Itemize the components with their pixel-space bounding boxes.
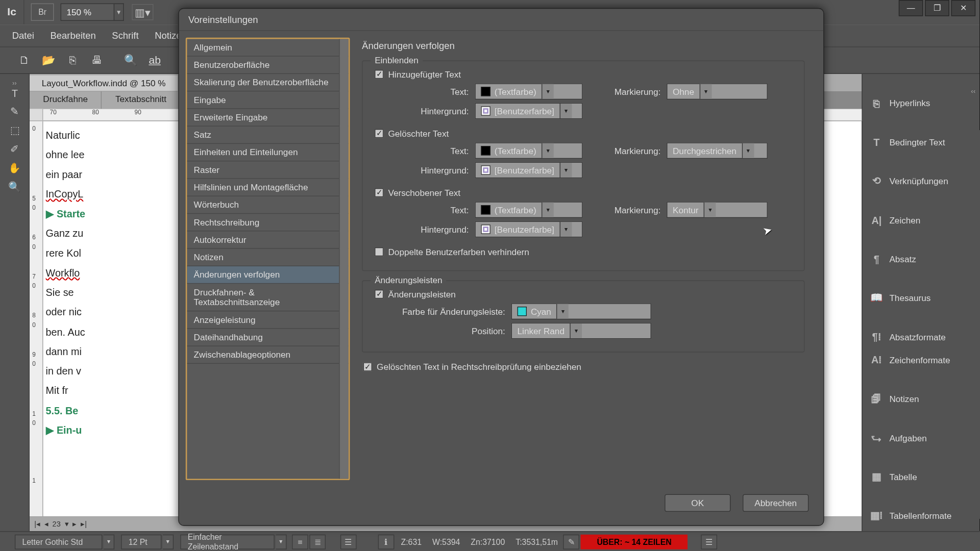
chevron-down-icon: ▼ bbox=[699, 84, 712, 99]
panel-links[interactable]: ⟲Verknüpfungen bbox=[863, 169, 979, 192]
sidebar-item-interface[interactable]: Benutzeroberfläche bbox=[187, 57, 348, 74]
status-note-icon[interactable]: ✎ bbox=[564, 534, 580, 549]
status-t: T:3531,51m bbox=[510, 537, 564, 546]
sidebar-item-guides[interactable]: Hilfslinien und Montagefläche bbox=[187, 179, 348, 196]
ok-button[interactable]: OK bbox=[665, 494, 730, 512]
menu-file[interactable]: Datei bbox=[4, 30, 42, 41]
search-icon[interactable]: 🔍 bbox=[121, 51, 140, 70]
new-icon[interactable]: 🗋 bbox=[15, 51, 34, 70]
paragraph-icon: ¶ bbox=[869, 253, 884, 265]
added-bg-color-dropdown[interactable]: [Benutzerfarbe] ▼ bbox=[475, 103, 583, 119]
maximize-button[interactable]: ❐ bbox=[925, 0, 949, 16]
sidebar-item-grids[interactable]: Raster bbox=[187, 161, 348, 179]
print-icon[interactable]: 🖶 bbox=[87, 51, 106, 70]
panel-paragraph-styles[interactable]: ¶⁞Absatzformate bbox=[863, 325, 979, 348]
sidebar-item-ui-scaling[interactable]: Skalierung der Benutzeroberfläche bbox=[187, 74, 348, 91]
links-icon: ⟲ bbox=[869, 175, 884, 187]
eyedropper-tool-icon[interactable]: ✐ bbox=[0, 140, 30, 159]
content-heading: Änderungen verfolgen bbox=[362, 40, 804, 51]
added-text-color-dropdown[interactable]: (Textfarbe) ▼ bbox=[475, 83, 583, 99]
close-button[interactable]: ✕ bbox=[951, 0, 975, 16]
preferences-sidebar[interactable]: Allgemein Benutzeroberfläche Skalierung … bbox=[186, 38, 350, 480]
zoom-dropdown-icon[interactable]: ▼ bbox=[114, 4, 124, 21]
sidebar-item-advanced-type[interactable]: Erweiterte Eingabe bbox=[187, 109, 348, 127]
added-marking-dropdown[interactable]: Ohne ▼ bbox=[667, 83, 768, 99]
sidebar-item-file-handling[interactable]: Dateihandhabung bbox=[187, 329, 348, 346]
deleted-text-color-dropdown[interactable]: (Textfarbe) ▼ bbox=[475, 142, 583, 159]
moved-text-checkbox[interactable]: ✓ bbox=[375, 188, 383, 197]
status-info-icon[interactable]: ℹ bbox=[378, 534, 395, 549]
changebars-checkbox[interactable]: ✓ bbox=[375, 290, 383, 298]
minimize-button[interactable]: — bbox=[899, 0, 923, 16]
changebar-color-dropdown[interactable]: Cyan ▼ bbox=[511, 303, 651, 319]
chevron-down-icon: ▼ bbox=[559, 104, 572, 118]
sidebar-item-general[interactable]: Allgemein bbox=[187, 39, 348, 56]
panel-notes[interactable]: 🗐Notizen bbox=[863, 387, 979, 410]
panel-table-styles[interactable]: ▦⁞Tabellenformate bbox=[863, 504, 979, 527]
open-icon[interactable]: 📂 bbox=[39, 51, 58, 70]
spellcheck-icon[interactable]: ab bbox=[145, 51, 164, 70]
status-menu2-icon[interactable]: ☰ bbox=[701, 534, 718, 549]
chevron-down-icon: ▼ bbox=[704, 203, 716, 217]
panel-hyperlinks[interactable]: ⎘Hyperlinks bbox=[863, 91, 979, 114]
changebars-fieldset: Änderungsleisten ✓ Änderungsleisten Farb… bbox=[362, 281, 804, 353]
chevron-down-icon: ▼ bbox=[556, 304, 569, 319]
sidebar-item-story-display[interactable]: Druckfahnen- & Textabschnittsanzeige bbox=[187, 284, 348, 311]
hand-tool-icon[interactable]: ✋ bbox=[0, 159, 30, 178]
panel-character[interactable]: A|Zeichen bbox=[863, 209, 979, 232]
added-text-checkbox[interactable]: ✓ bbox=[375, 70, 383, 79]
menu-type[interactable]: Schrift bbox=[104, 30, 147, 41]
zoom-tool-icon[interactable]: 🔍 bbox=[0, 178, 30, 196]
status-z: Z:631 bbox=[396, 537, 427, 546]
panel-assignments[interactable]: ⮑Aufgaben bbox=[863, 427, 979, 449]
sidebar-scrollbar[interactable] bbox=[339, 39, 348, 479]
prevent-duplicate-colors-checkbox[interactable] bbox=[375, 247, 383, 256]
sidebar-item-composition[interactable]: Satz bbox=[187, 127, 348, 144]
sidebar-item-display-perf[interactable]: Anzeigeleistung bbox=[187, 311, 348, 329]
view-tab-story[interactable]: Textabschnitt bbox=[102, 91, 181, 109]
menu-edit[interactable]: Bearbeiten bbox=[42, 30, 104, 41]
sidebar-item-track-changes[interactable]: Änderungen verfolgen bbox=[187, 266, 348, 284]
panel-conditional-text[interactable]: TBedingter Text bbox=[863, 131, 979, 154]
zoom-input[interactable]: 150 % bbox=[61, 4, 114, 21]
sidebar-item-type[interactable]: Eingabe bbox=[187, 91, 348, 109]
moved-text-color-dropdown[interactable]: (Textfarbe) ▼ bbox=[475, 202, 583, 218]
save-icon[interactable]: ⎘ bbox=[63, 51, 82, 70]
panel-character-styles[interactable]: A⁞Zeichenformate bbox=[863, 348, 979, 371]
character-styles-icon: A⁞ bbox=[869, 354, 884, 366]
status-size[interactable]: 12 Pt bbox=[121, 534, 161, 549]
position-tool-icon[interactable]: ⬚ bbox=[0, 121, 30, 140]
sidebar-item-units[interactable]: Einheiten und Einteilungen bbox=[187, 144, 348, 161]
note-tool-icon[interactable]: ✎ bbox=[0, 102, 30, 121]
sidebar-item-clipboard[interactable]: Zwischenablageoptionen bbox=[187, 346, 348, 364]
deleted-bg-color-dropdown[interactable]: [Benutzerfarbe] ▼ bbox=[475, 162, 583, 179]
moved-marking-dropdown[interactable]: Kontur ▼ bbox=[667, 202, 768, 218]
panel-paragraph[interactable]: ¶Absatz bbox=[863, 247, 979, 270]
sidebar-item-notes[interactable]: Notizen bbox=[187, 249, 348, 266]
deleted-text-checkbox[interactable]: ✓ bbox=[375, 129, 383, 138]
layout-icon[interactable]: ▥▾ bbox=[132, 4, 153, 20]
bridge-icon[interactable]: Br bbox=[31, 4, 54, 21]
chevron-down-icon: ▼ bbox=[542, 84, 554, 99]
chevron-down-icon: ▼ bbox=[542, 143, 554, 158]
sidebar-item-spelling[interactable]: Rechtschreibung bbox=[187, 214, 348, 231]
changebar-position-dropdown[interactable]: Linker Rand ▼ bbox=[511, 323, 651, 339]
panel-table[interactable]: ▦Tabelle bbox=[863, 465, 979, 488]
thesaurus-icon: 📖 bbox=[869, 292, 884, 304]
moved-bg-color-dropdown[interactable]: [Benutzerfarbe] ▼ bbox=[475, 221, 583, 238]
hyperlink-icon: ⎘ bbox=[869, 97, 884, 109]
status-align2-icon[interactable]: ≣ bbox=[309, 534, 326, 549]
view-tab-galley[interactable]: Druckfahne bbox=[30, 91, 102, 109]
show-fieldset: Einblenden ✓ Hinzugefügter Text Text: (T… bbox=[362, 61, 804, 271]
status-leading[interactable]: Einfacher Zeilenabstand bbox=[180, 534, 275, 549]
panel-thesaurus[interactable]: 📖Thesaurus bbox=[863, 286, 979, 309]
deleted-marking-dropdown[interactable]: Durchgestrichen ▼ bbox=[667, 142, 768, 159]
cancel-button[interactable]: Abbrechen bbox=[743, 494, 808, 512]
sidebar-item-dictionary[interactable]: Wörterbuch bbox=[187, 196, 348, 214]
status-align-icon[interactable]: ≡ bbox=[292, 534, 308, 549]
status-font[interactable]: Letter Gothic Std bbox=[15, 534, 102, 549]
status-menu-icon[interactable]: ☰ bbox=[340, 534, 357, 549]
chevron-down-icon: ▼ bbox=[559, 163, 572, 178]
sidebar-item-autocorrect[interactable]: Autokorrektur bbox=[187, 231, 348, 248]
include-deleted-spellcheck-checkbox[interactable]: ✓ bbox=[363, 362, 372, 371]
